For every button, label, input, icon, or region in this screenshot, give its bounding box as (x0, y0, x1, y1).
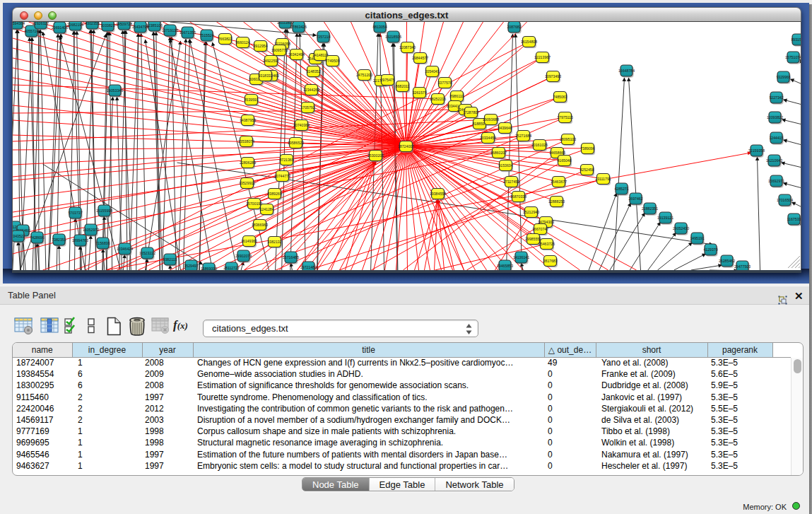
svg-text:20691406: 20691406 (52, 25, 68, 30)
svg-text:29721482: 29721482 (300, 265, 317, 269)
svg-text:3148352: 3148352 (306, 69, 320, 74)
svg-text:3033823: 3033823 (100, 23, 114, 28)
svg-text:12093822: 12093822 (767, 115, 783, 119)
svg-text:22882351: 22882351 (642, 206, 658, 211)
svg-text:14658665: 14658665 (549, 151, 565, 155)
svg-text:16860207: 16860207 (490, 151, 507, 155)
svg-text:32159358: 32159358 (748, 148, 765, 153)
svg-text:29844577: 29844577 (412, 56, 428, 60)
svg-text:16154808: 16154808 (521, 40, 537, 44)
svg-text:16870338: 16870338 (510, 194, 526, 199)
svg-text:8539591: 8539591 (244, 98, 258, 102)
svg-text:3382132: 3382132 (267, 240, 281, 244)
svg-text:10346424: 10346424 (117, 247, 133, 251)
svg-text:7156836: 7156836 (95, 241, 110, 245)
svg-text:25271684: 25271684 (515, 134, 531, 138)
svg-text:4302355: 4302355 (85, 22, 99, 25)
svg-text:22682194: 22682194 (67, 23, 83, 27)
svg-text:8682011: 8682011 (396, 84, 410, 88)
svg-text:5439648: 5439648 (498, 126, 512, 130)
svg-text:15751074: 15751074 (785, 55, 801, 59)
svg-text:4285271: 4285271 (614, 187, 628, 191)
svg-text:8721369: 8721369 (279, 158, 293, 162)
svg-text:2087682: 2087682 (507, 25, 521, 29)
svg-text:22926327: 22926327 (33, 22, 49, 25)
svg-text:14387959: 14387959 (240, 118, 256, 122)
svg-text:16052972: 16052972 (83, 228, 99, 232)
svg-text:15700199: 15700199 (246, 201, 262, 206)
svg-text:24148116: 24148116 (312, 53, 329, 57)
svg-text:19139121: 19139121 (657, 216, 673, 220)
svg-text:28095103: 28095103 (560, 137, 576, 141)
svg-text:3529497: 3529497 (184, 264, 198, 268)
svg-text:17016504: 17016504 (777, 198, 793, 202)
svg-text:29902079: 29902079 (235, 254, 252, 258)
svg-text:1241284: 1241284 (259, 207, 273, 211)
svg-text:24922597: 24922597 (263, 59, 279, 63)
svg-text:17287807: 17287807 (463, 110, 479, 115)
svg-text:7357214: 7357214 (316, 35, 330, 39)
svg-text:9318332: 9318332 (258, 74, 272, 78)
svg-text:3261579: 3261579 (412, 90, 426, 95)
svg-text:4165048: 4165048 (557, 158, 571, 163)
svg-text:12213967: 12213967 (534, 55, 551, 59)
svg-text:7382351: 7382351 (52, 238, 66, 242)
svg-text:27327459: 27327459 (503, 180, 519, 184)
svg-text:20161026: 20161026 (531, 143, 548, 147)
svg-text:19384554: 19384554 (430, 192, 446, 196)
svg-text:17975115: 17975115 (557, 115, 573, 119)
svg-text:5703737: 5703737 (68, 211, 82, 215)
svg-text:12344269: 12344269 (303, 88, 319, 92)
svg-text:26285462: 26285462 (719, 259, 735, 263)
svg-text:15212940: 15212940 (523, 210, 539, 214)
svg-text:2697462: 2697462 (628, 197, 642, 201)
svg-text:29477503: 29477503 (734, 264, 751, 269)
svg-text:16670747: 16670747 (532, 227, 548, 231)
svg-text:4252458: 4252458 (579, 168, 594, 172)
svg-text:18366963: 18366963 (252, 223, 268, 227)
svg-text:9227342: 9227342 (769, 95, 783, 100)
svg-text:9153634: 9153634 (498, 163, 512, 168)
svg-text:2054043: 2054043 (425, 69, 439, 74)
svg-text:20334454: 20334454 (480, 136, 496, 140)
svg-text:20740364: 20740364 (293, 123, 310, 127)
svg-text:26342494: 26342494 (288, 52, 305, 57)
svg-text:2817683: 2817683 (543, 259, 557, 263)
svg-text:29052430: 29052430 (673, 226, 689, 230)
svg-text:12888253: 12888253 (548, 199, 565, 204)
svg-text:16149361: 16149361 (241, 239, 257, 243)
svg-text:9329966: 9329966 (776, 75, 790, 79)
svg-text:20744773: 20744773 (274, 174, 290, 178)
svg-text:23111791: 23111791 (595, 177, 611, 181)
svg-text:7663822: 7663822 (218, 37, 232, 41)
svg-text:8660124: 8660124 (235, 40, 249, 45)
svg-text:9343522: 9343522 (13, 234, 25, 238)
svg-text:14509728: 14509728 (116, 22, 132, 26)
svg-text:23594364: 23594364 (13, 22, 25, 25)
svg-text:19586522: 19586522 (288, 141, 304, 145)
svg-text:7485063: 7485063 (553, 95, 567, 99)
svg-text:28112727: 28112727 (223, 266, 240, 270)
svg-text:25463726: 25463726 (539, 242, 555, 246)
svg-text:14136141: 14136141 (513, 255, 529, 259)
svg-text:12385106: 12385106 (146, 23, 163, 28)
svg-text:24751200: 24751200 (356, 73, 372, 77)
svg-text:15692971: 15692971 (768, 179, 784, 183)
svg-text:27863426: 27863426 (290, 25, 307, 29)
svg-text:1705792: 1705792 (300, 105, 314, 110)
svg-text:19095773: 19095773 (271, 48, 288, 52)
svg-text:16523222: 16523222 (139, 251, 155, 255)
svg-text:8813054: 8813054 (372, 25, 387, 29)
svg-text:13529912: 13529912 (239, 181, 255, 185)
svg-text:1244415: 1244415 (769, 136, 783, 140)
svg-text:4055724: 4055724 (24, 29, 38, 33)
svg-text:1495191: 1495191 (690, 236, 704, 240)
svg-text:8931579: 8931579 (791, 37, 801, 42)
svg-text:7749509: 7749509 (325, 59, 339, 63)
svg-text:10719135: 10719135 (162, 28, 178, 33)
svg-text:18994763: 18994763 (72, 238, 88, 243)
svg-text:15463677: 15463677 (551, 180, 567, 184)
svg-text:7515524: 7515524 (199, 33, 213, 37)
svg-text:10671355: 10671355 (180, 30, 196, 35)
svg-text:7389096: 7389096 (580, 146, 594, 151)
